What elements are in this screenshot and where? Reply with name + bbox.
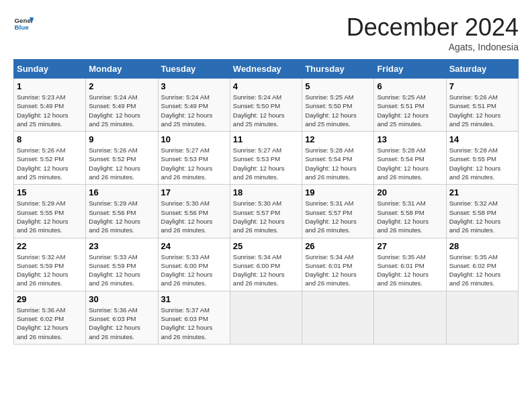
day-number: 18 — [233, 187, 299, 197]
day-number: 9 — [89, 134, 154, 144]
calendar-cell: 24Sunrise: 5:33 AM Sunset: 6:00 PM Dayli… — [158, 238, 230, 291]
day-info: Sunrise: 5:23 AM Sunset: 5:49 PM Dayligh… — [17, 93, 83, 128]
day-info: Sunrise: 5:27 AM Sunset: 5:53 PM Dayligh… — [161, 146, 227, 181]
calendar-cell: 16Sunrise: 5:29 AM Sunset: 5:56 PM Dayli… — [86, 185, 158, 238]
calendar-cell: 17Sunrise: 5:30 AM Sunset: 5:56 PM Dayli… — [158, 185, 230, 238]
day-info: Sunrise: 5:34 AM Sunset: 6:01 PM Dayligh… — [305, 253, 371, 288]
day-number: 16 — [89, 187, 154, 197]
calendar-cell: 8Sunrise: 5:26 AM Sunset: 5:52 PM Daylig… — [14, 132, 86, 185]
day-number: 27 — [377, 241, 443, 251]
calendar-cell: 28Sunrise: 5:35 AM Sunset: 6:02 PM Dayli… — [446, 238, 518, 291]
calendar-cell: 31Sunrise: 5:37 AM Sunset: 6:03 PM Dayli… — [158, 291, 230, 344]
calendar-cell: 13Sunrise: 5:28 AM Sunset: 5:54 PM Dayli… — [374, 132, 446, 185]
day-info: Sunrise: 5:32 AM Sunset: 5:58 PM Dayligh… — [449, 199, 515, 234]
day-number: 26 — [305, 241, 371, 251]
day-number: 30 — [89, 294, 154, 304]
calendar-cell: 20Sunrise: 5:31 AM Sunset: 5:58 PM Dayli… — [374, 185, 446, 238]
calendar-cell — [230, 291, 302, 344]
col-thursday: Thursday — [302, 60, 374, 79]
day-info: Sunrise: 5:26 AM Sunset: 5:52 PM Dayligh… — [17, 146, 83, 181]
day-number: 21 — [449, 187, 515, 197]
day-number: 12 — [305, 134, 371, 144]
calendar-cell — [446, 291, 518, 344]
calendar-cell: 4Sunrise: 5:24 AM Sunset: 5:50 PM Daylig… — [230, 79, 302, 132]
day-info: Sunrise: 5:31 AM Sunset: 5:58 PM Dayligh… — [377, 199, 443, 234]
calendar-cell: 22Sunrise: 5:32 AM Sunset: 5:59 PM Dayli… — [14, 238, 86, 291]
day-info: Sunrise: 5:26 AM Sunset: 5:52 PM Dayligh… — [89, 146, 154, 181]
day-info: Sunrise: 5:25 AM Sunset: 5:50 PM Dayligh… — [305, 93, 371, 128]
calendar-cell: 10Sunrise: 5:27 AM Sunset: 5:53 PM Dayli… — [158, 132, 230, 185]
day-info: Sunrise: 5:28 AM Sunset: 5:54 PM Dayligh… — [305, 146, 371, 181]
calendar-cell: 9Sunrise: 5:26 AM Sunset: 5:52 PM Daylig… — [86, 132, 158, 185]
day-info: Sunrise: 5:31 AM Sunset: 5:57 PM Dayligh… — [305, 199, 371, 234]
calendar-week-5: 29Sunrise: 5:36 AM Sunset: 6:02 PM Dayli… — [14, 291, 519, 344]
calendar-cell: 19Sunrise: 5:31 AM Sunset: 5:57 PM Dayli… — [302, 185, 374, 238]
calendar-week-3: 15Sunrise: 5:29 AM Sunset: 5:55 PM Dayli… — [14, 185, 519, 238]
col-monday: Monday — [86, 60, 158, 79]
day-number: 22 — [17, 241, 83, 251]
day-number: 19 — [305, 187, 371, 197]
day-info: Sunrise: 5:28 AM Sunset: 5:55 PM Dayligh… — [449, 146, 515, 181]
day-number: 23 — [89, 241, 154, 251]
calendar-cell: 1Sunrise: 5:23 AM Sunset: 5:49 PM Daylig… — [14, 79, 86, 132]
month-title: December 2024 — [347, 13, 519, 42]
location: Agats, Indonesia — [347, 42, 519, 52]
day-number: 15 — [17, 187, 83, 197]
calendar-cell — [374, 291, 446, 344]
day-info: Sunrise: 5:33 AM Sunset: 5:59 PM Dayligh… — [89, 253, 154, 288]
calendar-cell: 21Sunrise: 5:32 AM Sunset: 5:58 PM Dayli… — [446, 185, 518, 238]
calendar-cell: 30Sunrise: 5:36 AM Sunset: 6:03 PM Dayli… — [86, 291, 158, 344]
day-number: 3 — [161, 81, 227, 91]
day-info: Sunrise: 5:37 AM Sunset: 6:03 PM Dayligh… — [161, 306, 227, 341]
day-number: 17 — [161, 187, 227, 197]
day-info: Sunrise: 5:35 AM Sunset: 6:01 PM Dayligh… — [377, 253, 443, 288]
col-tuesday: Tuesday — [158, 60, 230, 79]
day-info: Sunrise: 5:34 AM Sunset: 6:00 PM Dayligh… — [233, 253, 299, 288]
calendar-week-2: 8Sunrise: 5:26 AM Sunset: 5:52 PM Daylig… — [14, 132, 519, 185]
day-info: Sunrise: 5:24 AM Sunset: 5:49 PM Dayligh… — [89, 93, 154, 128]
calendar-cell: 27Sunrise: 5:35 AM Sunset: 6:01 PM Dayli… — [374, 238, 446, 291]
calendar-cell: 26Sunrise: 5:34 AM Sunset: 6:01 PM Dayli… — [302, 238, 374, 291]
day-info: Sunrise: 5:27 AM Sunset: 5:53 PM Dayligh… — [233, 146, 299, 181]
calendar-cell: 25Sunrise: 5:34 AM Sunset: 6:00 PM Dayli… — [230, 238, 302, 291]
day-number: 6 — [377, 81, 443, 91]
calendar-header-row: Sunday Monday Tuesday Wednesday Thursday… — [14, 60, 519, 79]
day-info: Sunrise: 5:24 AM Sunset: 5:49 PM Dayligh… — [161, 93, 227, 128]
day-number: 29 — [17, 294, 83, 304]
calendar-cell: 6Sunrise: 5:25 AM Sunset: 5:51 PM Daylig… — [374, 79, 446, 132]
day-number: 5 — [305, 81, 371, 91]
calendar-cell: 12Sunrise: 5:28 AM Sunset: 5:54 PM Dayli… — [302, 132, 374, 185]
calendar-cell: 7Sunrise: 5:26 AM Sunset: 5:51 PM Daylig… — [446, 79, 518, 132]
day-number: 2 — [89, 81, 154, 91]
day-info: Sunrise: 5:32 AM Sunset: 5:59 PM Dayligh… — [17, 253, 83, 288]
day-info: Sunrise: 5:24 AM Sunset: 5:50 PM Dayligh… — [233, 93, 299, 128]
day-number: 13 — [377, 134, 443, 144]
day-number: 14 — [449, 134, 515, 144]
calendar-cell: 11Sunrise: 5:27 AM Sunset: 5:53 PM Dayli… — [230, 132, 302, 185]
day-number: 24 — [161, 241, 227, 251]
day-number: 25 — [233, 241, 299, 251]
day-number: 28 — [449, 241, 515, 251]
day-info: Sunrise: 5:35 AM Sunset: 6:02 PM Dayligh… — [449, 253, 515, 288]
calendar-cell: 15Sunrise: 5:29 AM Sunset: 5:55 PM Dayli… — [14, 185, 86, 238]
calendar-cell: 23Sunrise: 5:33 AM Sunset: 5:59 PM Dayli… — [86, 238, 158, 291]
calendar-table: Sunday Monday Tuesday Wednesday Thursday… — [13, 59, 519, 345]
calendar-cell: 5Sunrise: 5:25 AM Sunset: 5:50 PM Daylig… — [302, 79, 374, 132]
day-info: Sunrise: 5:25 AM Sunset: 5:51 PM Dayligh… — [377, 93, 443, 128]
logo: General Blue — [13, 13, 34, 34]
day-number: 8 — [17, 134, 83, 144]
logo-icon: General Blue — [13, 13, 34, 34]
day-number: 1 — [17, 81, 83, 91]
calendar-cell: 3Sunrise: 5:24 AM Sunset: 5:49 PM Daylig… — [158, 79, 230, 132]
calendar-cell: 14Sunrise: 5:28 AM Sunset: 5:55 PM Dayli… — [446, 132, 518, 185]
day-info: Sunrise: 5:36 AM Sunset: 6:03 PM Dayligh… — [89, 306, 154, 341]
day-info: Sunrise: 5:36 AM Sunset: 6:02 PM Dayligh… — [17, 306, 83, 341]
day-info: Sunrise: 5:28 AM Sunset: 5:54 PM Dayligh… — [377, 146, 443, 181]
page-header: General Blue December 2024 Agats, Indone… — [13, 13, 519, 52]
day-info: Sunrise: 5:30 AM Sunset: 5:56 PM Dayligh… — [161, 199, 227, 234]
col-wednesday: Wednesday — [230, 60, 302, 79]
col-saturday: Saturday — [446, 60, 518, 79]
calendar-cell: 29Sunrise: 5:36 AM Sunset: 6:02 PM Dayli… — [14, 291, 86, 344]
calendar-week-4: 22Sunrise: 5:32 AM Sunset: 5:59 PM Dayli… — [14, 238, 519, 291]
day-info: Sunrise: 5:30 AM Sunset: 5:57 PM Dayligh… — [233, 199, 299, 234]
